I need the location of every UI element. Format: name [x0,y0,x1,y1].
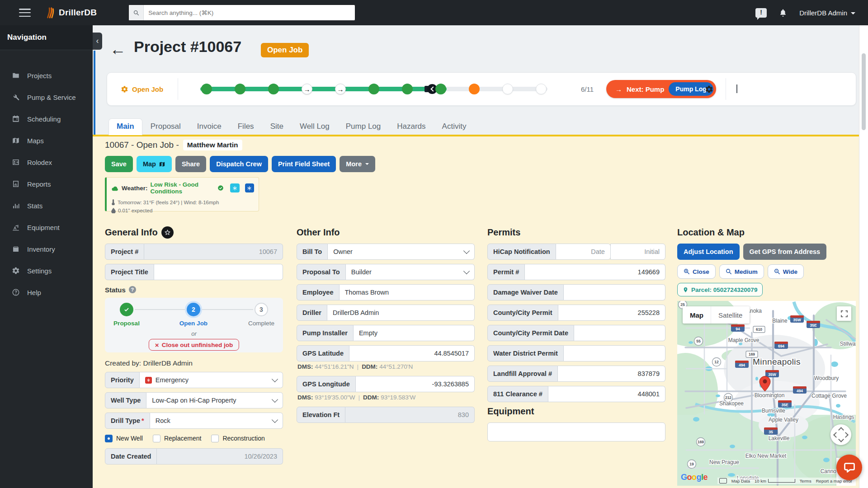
pump-installer-input[interactable] [354,325,475,341]
dispatch-crew-button[interactable]: Dispatch Crew [210,156,268,172]
bill-to-select[interactable]: Owner [328,244,475,260]
sidebar-item-help[interactable]: Help [0,282,93,303]
county-permit-date-input[interactable] [574,325,665,341]
clearance-input[interactable] [548,386,665,402]
progress-step-7[interactable] [402,84,413,94]
sidebar-item-equipment[interactable]: Equipment [0,216,93,238]
scrollbar-thumb[interactable] [862,53,866,130]
county-permit-input[interactable] [558,305,665,321]
water-district-input[interactable] [564,345,665,361]
map-canvas[interactable]: 25946105535W35E6941691249435W21249435E35… [677,301,856,486]
progress-step-8[interactable] [435,84,446,94]
hicap-initial-input[interactable] [610,244,665,260]
sidebar-item-rolodex[interactable]: Rolodex [0,151,93,173]
sidebar-item-stats[interactable]: Stats [0,195,93,216]
progress-settings-button[interactable] [705,73,713,105]
progress-step-9[interactable] [469,84,480,94]
tab-hazards[interactable]: Hazards [389,118,434,135]
satellite-view-button[interactable]: Satellite [711,306,750,324]
share-button[interactable]: Share [175,156,206,172]
global-search[interactable] [128,5,355,21]
get-gps-button[interactable]: Get GPS from Address [743,244,827,260]
tab-proposal[interactable]: Proposal [142,118,189,135]
assignee-name[interactable]: Matthew Martin [184,140,242,150]
progress-step-5[interactable] [335,84,346,94]
search-input[interactable] [144,5,355,20]
gps-longitude-input[interactable] [356,376,475,392]
map-view-button[interactable]: Map [683,306,711,324]
sidebar-item-pump-service[interactable]: Pump & Service [0,86,93,108]
sidebar-item-scheduling[interactable]: Scheduling [0,108,93,130]
help-icon[interactable] [129,286,136,293]
live-chat-button[interactable] [836,455,862,480]
proposal-to-select[interactable]: Builder [346,264,475,280]
replacement-checkbox[interactable] [153,435,160,442]
parcel-badge[interactable]: Parcel: 0502724320079 [677,283,763,296]
adjust-location-button[interactable]: Adjust Location [677,244,740,260]
sidebar-item-maps[interactable]: Maps [0,130,93,151]
sidebar-item-reports[interactable]: Reports [0,173,93,195]
zoom-medium-button[interactable]: Medium [719,264,764,279]
gps-latitude-input[interactable] [349,345,475,361]
brand[interactable]: DrillerDB [45,7,97,19]
hamburger-menu-icon[interactable] [19,9,31,17]
close-out-job-button[interactable]: Close out unfinished job [149,339,239,351]
tab-main[interactable]: Main [108,118,142,135]
drill-type-select[interactable]: Rock [150,413,283,429]
map-button[interactable]: Map [137,156,172,172]
print-field-sheet-button[interactable]: Print Field Sheet [272,156,336,172]
snowflake-button-dark[interactable] [245,183,255,192]
zoom-wide-button[interactable]: Wide [768,264,804,279]
sidebar-item-settings[interactable]: Settings [0,260,93,282]
tab-invoice[interactable]: Invoice [189,118,230,135]
new-well-checkbox[interactable] [105,435,113,442]
map-terms-link[interactable]: Terms [800,479,811,483]
back-button[interactable] [110,40,126,59]
feedback-icon[interactable] [755,8,767,18]
notifications-bell-icon[interactable] [778,8,788,18]
progress-step-10[interactable] [502,84,513,94]
progress-step-3[interactable] [268,84,279,94]
page-title: Project #10067 [134,38,241,56]
landfill-input[interactable] [558,366,665,382]
sidebar-collapse-button[interactable] [93,33,102,50]
progress-step-2[interactable] [235,84,245,94]
progress-step-6[interactable] [368,84,379,94]
permit-number-input[interactable] [525,264,665,280]
equipment-input[interactable] [487,422,665,441]
progress-step-4[interactable] [302,84,312,94]
keyboard-icon[interactable] [719,478,727,483]
progress-step-1[interactable] [201,84,212,94]
tab-files[interactable]: Files [230,118,262,135]
map-pan-control[interactable] [830,424,851,445]
tab-well-log[interactable]: Well Log [292,118,338,135]
sidebar-item-projects[interactable]: Projects [0,65,93,86]
driller-input[interactable] [327,305,475,321]
progress-step-11[interactable] [536,84,547,94]
map-fullscreen-button[interactable] [837,306,851,321]
next-stage-button[interactable]: Next: Pump Pump Log [606,80,716,98]
tab-site[interactable]: Site [262,118,292,135]
page-scrollbar[interactable] [859,25,868,488]
more-button[interactable]: More [340,156,375,172]
step-open-job-circle[interactable]: 2 [187,303,200,316]
user-menu[interactable]: DrillerDB Admin [799,9,855,17]
progress-expand-button[interactable] [736,84,737,93]
priority-select[interactable]: Emergency [140,372,283,388]
reconstruction-checkbox[interactable] [211,435,219,442]
project-title-input[interactable] [154,264,283,280]
employee-input[interactable] [340,284,475,300]
save-button[interactable]: Save [105,156,133,172]
sidebar-item-inventory[interactable]: Inventory [0,238,93,260]
favorite-button[interactable] [161,226,174,239]
damage-waiver-input[interactable] [564,284,665,300]
step-complete-circle[interactable]: 3 [255,303,268,316]
snowflake-button-light[interactable] [230,183,240,192]
hicap-date-input[interactable] [556,244,611,260]
required-asterisk: * [142,417,144,424]
well-type-select[interactable]: Low-Cap on Hi-Cap Property [146,392,283,408]
step-proposal-circle[interactable] [120,303,133,316]
tab-activity[interactable]: Activity [434,118,475,135]
zoom-close-button[interactable]: Close [677,264,716,279]
tab-pump-log[interactable]: Pump Log [338,118,389,135]
